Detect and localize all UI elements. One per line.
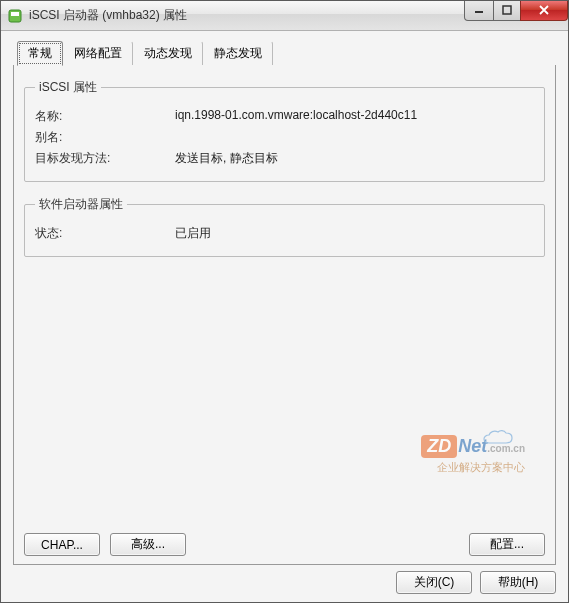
titlebar: iSCSI 启动器 (vmhba32) 属性 — [1, 1, 568, 31]
svg-rect-1 — [11, 12, 19, 16]
value-alias — [175, 129, 534, 146]
tab-panel-general: iSCSI 属性 名称: iqn.1998-01.com.vmware:loca… — [13, 65, 556, 565]
advanced-button[interactable]: 高级... — [110, 533, 186, 556]
tab-general[interactable]: 常规 — [17, 41, 63, 66]
maximize-button[interactable] — [493, 1, 521, 21]
row-discovery: 目标发现方法: 发送目标, 静态目标 — [35, 150, 534, 167]
watermark-zd: ZD — [421, 435, 457, 458]
spacer: ZDNet.com.cn 企业解决方案中心 — [24, 267, 545, 533]
chap-button[interactable]: CHAP... — [24, 533, 100, 556]
value-discovery: 发送目标, 静态目标 — [175, 150, 534, 167]
cloud-icon — [481, 429, 525, 447]
close-dialog-button[interactable]: 关闭(C) — [396, 571, 472, 594]
value-status: 已启用 — [175, 225, 534, 242]
label-name: 名称: — [35, 108, 175, 125]
watermark: ZDNet.com.cn 企业解决方案中心 — [421, 435, 525, 475]
group-iscsi-properties: iSCSI 属性 名称: iqn.1998-01.com.vmware:loca… — [24, 79, 545, 182]
label-status: 状态: — [35, 225, 175, 242]
row-name: 名称: iqn.1998-01.com.vmware:localhost-2d4… — [35, 108, 534, 125]
help-button[interactable]: 帮助(H) — [480, 571, 556, 594]
row-status: 状态: 已启用 — [35, 225, 534, 242]
window-title: iSCSI 启动器 (vmhba32) 属性 — [29, 7, 465, 24]
minimize-button[interactable] — [464, 1, 494, 21]
group-iscsi-legend: iSCSI 属性 — [35, 79, 101, 96]
dialog-bottom-buttons: 关闭(C) 帮助(H) — [13, 565, 556, 594]
group-software-initiator: 软件启动器属性 状态: 已启用 — [24, 196, 545, 257]
value-name: iqn.1998-01.com.vmware:localhost-2d440c1… — [175, 108, 534, 125]
watermark-tag: 企业解决方案中心 — [421, 460, 525, 475]
watermark-suffix: .com.cn — [487, 443, 525, 454]
app-icon — [7, 8, 23, 24]
tab-dynamic-discovery[interactable]: 动态发现 — [133, 41, 203, 65]
client-area: 常规 网络配置 动态发现 静态发现 iSCSI 属性 名称: iqn.1998-… — [1, 31, 568, 602]
tab-static-discovery[interactable]: 静态发现 — [203, 41, 273, 65]
watermark-net: Net — [458, 436, 487, 457]
label-discovery: 目标发现方法: — [35, 150, 175, 167]
window-controls — [465, 1, 568, 21]
row-alias: 别名: — [35, 129, 534, 146]
panel-bottom-row: CHAP... 高级... 配置... — [24, 533, 545, 556]
configure-button[interactable]: 配置... — [469, 533, 545, 556]
svg-rect-2 — [475, 11, 483, 13]
tab-bar: 常规 网络配置 动态发现 静态发现 — [13, 41, 556, 65]
group-software-legend: 软件启动器属性 — [35, 196, 127, 213]
svg-rect-3 — [503, 6, 511, 14]
close-button[interactable] — [520, 1, 568, 21]
tab-network-config[interactable]: 网络配置 — [63, 41, 133, 65]
label-alias: 别名: — [35, 129, 175, 146]
